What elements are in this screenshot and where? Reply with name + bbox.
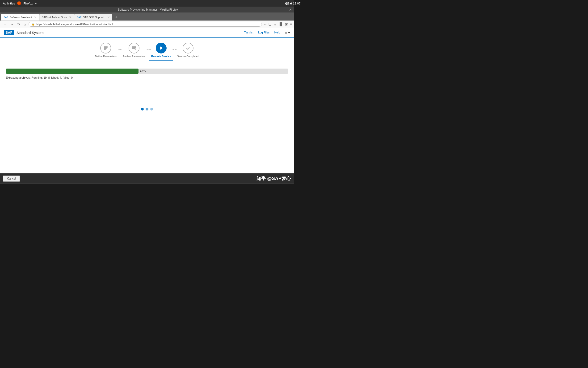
browser-title: Software Provisioning Manager - Mozilla … bbox=[118, 8, 178, 11]
svg-rect-6 bbox=[132, 48, 135, 49]
step-execute-service: Execute Service bbox=[151, 43, 171, 58]
tab-sap-icon-1: SAP bbox=[4, 16, 8, 18]
step-separator-2: »»» bbox=[146, 43, 150, 51]
refresh-button[interactable]: ↻ bbox=[16, 22, 21, 27]
loading-dot-2 bbox=[145, 108, 148, 110]
os-bar: Activities Firefox ▾ Sat 12:07 ⏻ ▾ bbox=[0, 0, 294, 7]
bottom-bar: Cancel 知乎 @SAP梦心 bbox=[0, 173, 294, 184]
step-label-define: Define Parameters bbox=[95, 55, 116, 58]
browser-toolbar-actions: ··· ❏ ☆ ▐▌ ▣ ≡ bbox=[264, 22, 292, 26]
tab-sap-one-support[interactable]: SAP SAP ONE Support Launc... ✕ bbox=[74, 14, 112, 20]
active-step-underline bbox=[149, 60, 173, 61]
progress-bar-container: 47% bbox=[6, 69, 288, 74]
svg-rect-1 bbox=[104, 47, 108, 48]
tabs-bar: SAP Software Provisioning Ma... ✕ SAPins… bbox=[0, 12, 294, 20]
tab-sapinst-archive[interactable]: SAPinst Archive Scan ✕ bbox=[39, 14, 74, 20]
sap-header: SAP Standard System Tasklist Log Files H… bbox=[0, 28, 294, 38]
pocket-icon[interactable]: ❏ bbox=[269, 22, 272, 26]
sap-navigation: Tasklist Log Files Help ≡ ▾ bbox=[244, 30, 290, 35]
svg-rect-0 bbox=[104, 46, 108, 47]
execute-service-icon bbox=[159, 46, 164, 51]
firefox-icon bbox=[17, 1, 21, 5]
hamburger-menu-icon[interactable]: ≡ bbox=[290, 22, 292, 26]
step-label-review: Review Parameters bbox=[123, 55, 145, 58]
cancel-button[interactable]: Cancel bbox=[3, 175, 20, 182]
review-params-icon bbox=[131, 46, 137, 51]
svg-rect-2 bbox=[104, 48, 107, 49]
help-nav-item[interactable]: Help bbox=[274, 31, 280, 34]
progress-bar-fill bbox=[6, 69, 138, 74]
lock-icon: 🔒 bbox=[32, 23, 35, 26]
firefox-dropdown-icon[interactable]: ▾ bbox=[35, 2, 37, 5]
step-define-parameters: Define Parameters bbox=[95, 43, 116, 58]
log-files-nav-item[interactable]: Log Files bbox=[258, 31, 270, 34]
step-label-execute: Execute Service bbox=[151, 55, 171, 58]
browser-close-button[interactable]: ✕ bbox=[289, 8, 292, 11]
sidebar-icon[interactable]: ▣ bbox=[285, 22, 288, 26]
watermark: 知乎 @SAP梦心 bbox=[257, 175, 291, 182]
os-bar-left: Activities Firefox ▾ bbox=[3, 1, 37, 5]
sap-logo-area: SAP Standard System bbox=[4, 30, 44, 35]
step-circle-review bbox=[129, 43, 139, 54]
tab-close-2[interactable]: ✕ bbox=[69, 16, 71, 19]
sap-logo: SAP bbox=[4, 30, 14, 35]
browser-window: Software Provisioning Manager - Mozilla … bbox=[0, 7, 294, 184]
browser-title-bar: Software Provisioning Manager - Mozilla … bbox=[0, 7, 294, 12]
url-bar[interactable]: 🔒 https://vhcalhdbdb.dummy.nodomain:4237… bbox=[29, 22, 262, 27]
step-review-parameters: Review Parameters bbox=[123, 43, 145, 58]
back-button[interactable]: ← bbox=[2, 22, 7, 27]
svg-marker-7 bbox=[160, 46, 163, 50]
reader-view-icon[interactable]: ▐▌ bbox=[279, 22, 283, 26]
step-label-completed: Service Completed bbox=[177, 55, 199, 58]
tab-label-2: SAPinst Archive Scan bbox=[42, 16, 67, 18]
url-text: https://vhcalhdbdb.dummy.nodomain:4237/s… bbox=[36, 23, 113, 26]
home-button[interactable]: ⌂ bbox=[23, 22, 27, 27]
progress-section: 47% bbox=[6, 69, 288, 74]
step-circle-completed bbox=[183, 43, 193, 54]
tab-label-3: SAP ONE Support Launc... bbox=[83, 16, 105, 18]
step-separator-1: »»» bbox=[117, 43, 122, 51]
address-bar: ← → ↻ ⌂ 🔒 https://vhcalhdbdb.dummy.nodom… bbox=[0, 20, 294, 28]
bookmark-icon[interactable]: ☆ bbox=[273, 22, 277, 26]
loading-indicator bbox=[6, 108, 288, 110]
forward-button[interactable]: → bbox=[9, 22, 14, 27]
sap-system-title: Standard System bbox=[17, 31, 44, 35]
service-completed-icon bbox=[185, 46, 191, 51]
step-circle-execute bbox=[156, 43, 167, 54]
loading-dot-3 bbox=[150, 108, 153, 110]
firefox-label[interactable]: Firefox bbox=[23, 2, 33, 5]
new-tab-button[interactable]: + bbox=[113, 14, 119, 20]
main-content-area: 47% Extracting archives: Running: 19, fi… bbox=[0, 64, 294, 173]
svg-rect-5 bbox=[132, 47, 136, 48]
status-text: Extracting archives: Running: 19, finish… bbox=[6, 76, 288, 79]
tasklist-nav-item[interactable]: Tasklist bbox=[244, 31, 253, 34]
svg-rect-4 bbox=[132, 46, 136, 47]
tab-close-1[interactable]: ✕ bbox=[34, 16, 37, 19]
activities-label[interactable]: Activities bbox=[3, 2, 15, 5]
svg-rect-3 bbox=[104, 49, 106, 50]
step-circle-define bbox=[100, 43, 111, 54]
step-service-completed: Service Completed bbox=[177, 43, 199, 58]
step-separator-3: »»» bbox=[172, 43, 176, 51]
tab-software-provisioning[interactable]: SAP Software Provisioning Ma... ✕ bbox=[1, 14, 39, 20]
tab-close-3[interactable]: ✕ bbox=[107, 16, 110, 19]
progress-percentage: 47% bbox=[140, 70, 145, 73]
os-clock: Sat 12:07 bbox=[287, 2, 294, 5]
tab-label-1: Software Provisioning Ma... bbox=[10, 16, 32, 18]
more-options-icon[interactable]: ··· bbox=[264, 22, 267, 26]
loading-dot-1 bbox=[141, 108, 144, 110]
define-params-icon bbox=[103, 46, 108, 51]
tab-sap-icon-3: SAP bbox=[77, 16, 81, 18]
browser-content: SAP Standard System Tasklist Log Files H… bbox=[0, 28, 294, 184]
sap-menu-icon[interactable]: ≡ ▾ bbox=[285, 30, 290, 35]
steps-container: Define Parameters »»» Review Parameters … bbox=[0, 38, 294, 60]
